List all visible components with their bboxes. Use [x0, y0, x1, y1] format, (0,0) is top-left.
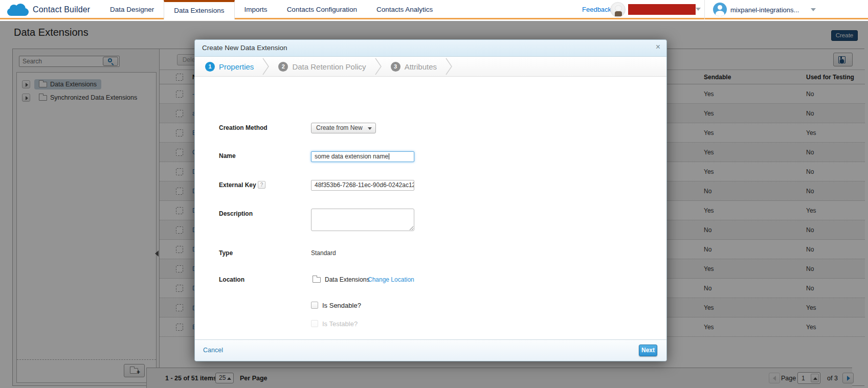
step-label: Properties: [219, 62, 254, 71]
nav-tab[interactable]: Contacts Analytics: [367, 0, 442, 19]
nav-divider: [704, 0, 705, 19]
redacted-account-selector[interactable]: [628, 4, 696, 15]
wizard-step[interactable]: 3 Attributes: [391, 58, 461, 75]
step-number-badge: 3: [391, 62, 400, 72]
location-folder-icon: [313, 277, 321, 283]
step-label: Data Retention Policy: [292, 62, 366, 71]
is-testable-label: Is Testable?: [322, 320, 358, 328]
external-key-value: 48f353b6-7268-11ec-90d6-0242ac1200: [315, 181, 414, 189]
top-nav: Contact Builder Data DesignerData Extens…: [0, 0, 868, 19]
close-icon[interactable]: ×: [656, 43, 660, 51]
modal-title: Create New Data Extension: [202, 44, 287, 52]
modal-footer: Cancel Next: [195, 339, 666, 361]
nav-tab[interactable]: Contacts Configuration: [277, 0, 367, 19]
nav-tab-label: Data Extensions: [174, 7, 224, 14]
step-separator-chevron-icon: [445, 58, 453, 75]
nav-tab[interactable]: Data Extensions: [164, 0, 234, 19]
user-icon[interactable]: [713, 3, 727, 16]
change-location-link[interactable]: Change Location: [368, 276, 414, 283]
nav-tab-label: Contacts Analytics: [376, 6, 433, 13]
creation-method-value: Create from New: [316, 124, 363, 131]
modal-body: Creation Method Create from New Name som…: [195, 77, 666, 340]
is-sendable-checkbox[interactable]: [311, 302, 318, 309]
nav-tab[interactable]: Data Designer: [100, 0, 164, 19]
user-name[interactable]: mixpanel-integrations...: [730, 6, 799, 14]
external-key-label: External Key: [219, 181, 256, 189]
wizard-steps: 1 Properties 2 Data Retention Policy 3 A…: [195, 57, 666, 77]
creation-method-label: Creation Method: [219, 124, 268, 131]
location-label: Location: [219, 276, 244, 283]
nav-tab[interactable]: Imports: [235, 0, 277, 19]
nav-tab-label: Data Designer: [110, 6, 154, 13]
name-label: Name: [219, 152, 236, 159]
feedback-link[interactable]: Feedback: [582, 6, 611, 13]
nav-tabs: Data DesignerData ExtensionsImportsConta…: [100, 0, 442, 19]
description-textarea[interactable]: [311, 209, 414, 231]
dropdown-caret-icon: [368, 127, 372, 130]
text-caret: [389, 153, 389, 159]
creation-method-dropdown[interactable]: Create from New: [311, 123, 376, 133]
name-input-value: some data extension name: [315, 153, 388, 160]
location-value: Data Extensions: [325, 276, 369, 283]
help-icon[interactable]: ?: [258, 181, 265, 189]
step-separator-chevron-icon: [262, 58, 270, 75]
is-sendable-label: Is Sendable?: [322, 302, 361, 309]
salesforce-cloud-logo: [7, 4, 29, 16]
einstein-avatar[interactable]: [610, 2, 626, 17]
chevron-down-icon: [696, 8, 701, 11]
nav-tab-label: Imports: [244, 6, 268, 13]
is-testable-checkbox: [311, 320, 318, 327]
create-data-extension-modal: Create New Data Extension × 1 Properties…: [194, 39, 667, 361]
step-number-badge: 1: [205, 62, 215, 72]
name-input[interactable]: some data extension name: [311, 151, 414, 162]
step-separator-chevron-icon: [374, 58, 383, 75]
cancel-link[interactable]: Cancel: [203, 347, 223, 354]
app-title: Contact Builder: [33, 5, 90, 14]
modal-header: Create New Data Extension ×: [195, 40, 666, 57]
user-menu-chevron-icon[interactable]: [811, 8, 816, 11]
description-label: Description: [219, 210, 253, 217]
wizard-step[interactable]: 2 Data Retention Policy: [278, 58, 390, 75]
wizard-step[interactable]: 1 Properties: [205, 58, 278, 75]
step-number-badge: 2: [278, 62, 288, 72]
step-label: Attributes: [405, 62, 437, 71]
next-button[interactable]: Next: [639, 345, 657, 356]
type-label: Type: [219, 249, 233, 257]
nav-tab-label: Contacts Configuration: [287, 6, 357, 13]
external-key-input[interactable]: 48f353b6-7268-11ec-90d6-0242ac1200: [311, 180, 414, 191]
type-value: Standard: [311, 249, 336, 257]
